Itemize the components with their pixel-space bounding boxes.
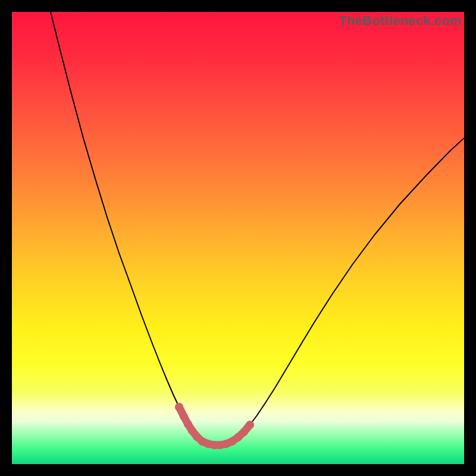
bottleneck-curve <box>51 12 464 445</box>
svg-point-14 <box>246 421 254 429</box>
bump-overlay-dots <box>175 403 254 449</box>
plot-area <box>12 12 464 464</box>
svg-point-1 <box>175 403 183 411</box>
watermark-text: TheBottleneck.com <box>339 13 462 29</box>
svg-point-2 <box>180 412 188 421</box>
chart-svg <box>12 12 464 464</box>
frame: TheBottleneck.com <box>0 0 476 476</box>
svg-point-13 <box>240 428 248 436</box>
